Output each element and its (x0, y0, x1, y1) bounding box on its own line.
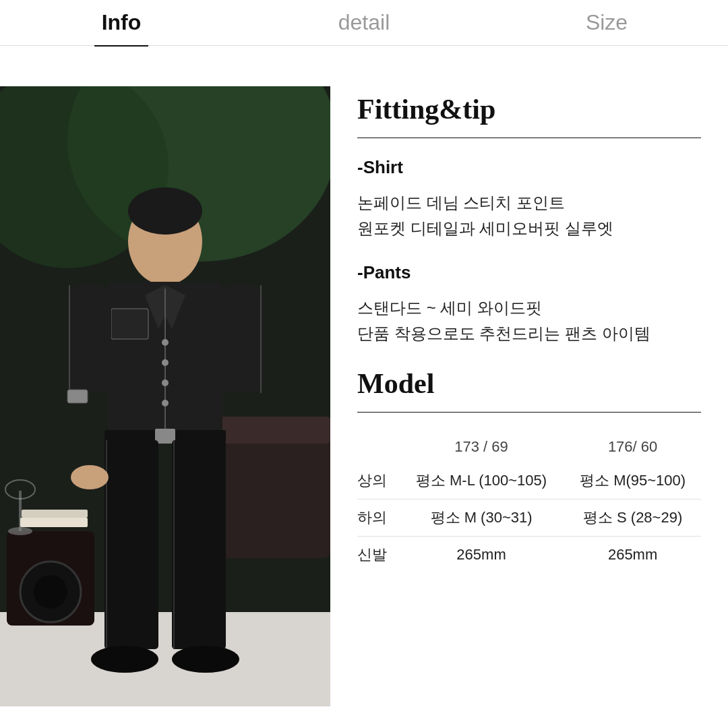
model-divider (357, 412, 701, 413)
svg-rect-33 (172, 440, 226, 649)
svg-point-22 (162, 380, 169, 386)
shirt-desc-line1: 논페이드 데님 스티치 포인트 (357, 193, 565, 212)
pants-desc-line1: 스탠다드 ~ 세미 와이드핏 (357, 299, 542, 317)
svg-rect-3 (0, 612, 330, 706)
model-table-row: 상의 평소 M-L (100~105) 평소 M(95~100) (357, 462, 701, 499)
svg-point-20 (162, 339, 169, 346)
model-title: Model (357, 367, 701, 400)
product-photo (0, 86, 330, 706)
model-row-label-0: 상의 (357, 462, 398, 499)
tab-detail[interactable]: detail (243, 0, 485, 46)
fitting-divider (357, 138, 701, 138)
svg-rect-13 (22, 510, 88, 518)
model-figure-svg (0, 86, 330, 706)
svg-rect-32 (104, 440, 158, 649)
model-header-empty (357, 431, 398, 462)
model-table: 173 / 69 176/ 60 상의 평소 M-L (100~105) 평소 … (357, 431, 701, 573)
svg-rect-29 (155, 429, 175, 444)
tab-size[interactable]: Size (485, 0, 728, 46)
shirt-desc-line2: 원포켓 디테일과 세미오버핏 실루엣 (357, 219, 613, 237)
tab-navigation: Info detail Size (0, 0, 728, 46)
model-section: Model 173 / 69 176/ 60 상의 평소 M-L (100~10… (357, 367, 701, 573)
model-row-val1-1: 평소 M (30~31) (398, 499, 564, 536)
pants-desc-line2: 단품 착용으로도 추천드리는 팬츠 아이템 (357, 324, 650, 342)
model-row-val1-2: 265mm (398, 536, 564, 573)
model-row-val2-1: 평소 S (28~29) (564, 499, 701, 536)
model-row-val2-2: 265mm (564, 536, 701, 573)
svg-point-21 (162, 359, 169, 366)
model-table-row: 하의 평소 M (30~31) 평소 S (28~29) (357, 499, 701, 536)
main-content: Fitting&tip -Shirt 논페이드 데님 스티치 포인트 원포켓 디… (0, 46, 728, 728)
svg-rect-25 (219, 285, 263, 393)
svg-rect-24 (67, 285, 111, 393)
pants-label: -Pants (357, 262, 701, 283)
shirt-label: -Shirt (357, 157, 701, 178)
model-table-row: 신발 265mm 265mm (357, 536, 701, 573)
info-section: Fitting&tip -Shirt 논페이드 데님 스티치 포인트 원포켓 디… (330, 86, 728, 728)
svg-point-37 (172, 646, 239, 673)
shirt-description: 논페이드 데님 스티치 포인트 원포켓 디테일과 세미오버핏 실루엣 (357, 190, 701, 242)
svg-rect-12 (20, 518, 88, 527)
svg-point-36 (91, 646, 158, 673)
svg-point-39 (71, 465, 109, 489)
model-row-label-1: 하의 (357, 499, 398, 536)
svg-point-15 (128, 187, 202, 235)
model-row-label-2: 신발 (357, 536, 398, 573)
model-row-val1-0: 평소 M-L (100~105) (398, 462, 564, 499)
svg-point-8 (34, 575, 67, 609)
fitting-title: Fitting&tip (357, 93, 701, 125)
model-header-col2: 176/ 60 (564, 431, 701, 462)
pants-description: 스탠다드 ~ 세미 와이드핏 단품 착용으로도 추천드리는 팬츠 아이템 (357, 295, 701, 347)
model-table-header-row: 173 / 69 176/ 60 (357, 431, 701, 462)
svg-rect-38 (67, 390, 88, 403)
tab-info[interactable]: Info (0, 0, 243, 46)
svg-point-23 (162, 400, 169, 406)
photo-background (0, 86, 330, 706)
model-header-col1: 173 / 69 (398, 431, 564, 462)
model-row-val2-0: 평소 M(95~100) (564, 462, 701, 499)
svg-rect-19 (111, 309, 148, 339)
photo-section (0, 86, 330, 728)
